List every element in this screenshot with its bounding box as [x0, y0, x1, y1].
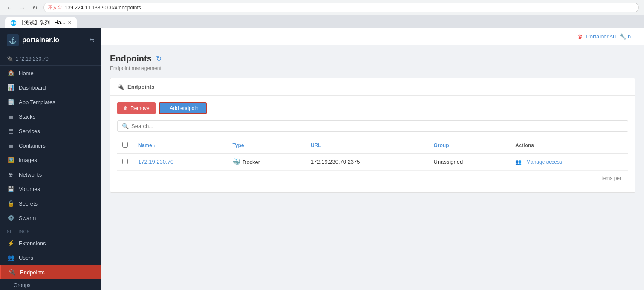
dashboard-icon: 📊: [7, 84, 14, 91]
sidebar-item-label: Extensions: [19, 240, 46, 246]
tab-bar: 🌐 【测试】队列 - Ha... ✕: [0, 15, 644, 28]
sidebar-item-label: Stacks: [19, 113, 35, 120]
row-checkbox[interactable]: [122, 159, 128, 164]
search-input[interactable]: [131, 123, 259, 129]
security-label: 不安全: [48, 4, 62, 11]
templates-icon: 🗒️: [7, 99, 14, 105]
tab-favicon: 🌐: [10, 20, 17, 26]
sidebar-item-label: Secrets: [19, 200, 38, 207]
address-text: 139.224.11.133:9000/#/endpoints: [65, 5, 141, 11]
sidebar-item-label: Dashboard: [19, 84, 46, 91]
group-column-header: Group: [429, 138, 510, 154]
items-per-page: Items per: [117, 171, 628, 186]
actions-column-header: Actions: [510, 138, 628, 154]
error-icon: ⊗: [577, 32, 583, 41]
refresh-icon[interactable]: ↻: [156, 55, 162, 63]
sidebar-item-users[interactable]: 👥 Users: [0, 250, 101, 265]
sidebar-item-label: Swarm: [19, 215, 36, 221]
top-bar: ⊗ Portainer su 🔧 n...: [101, 28, 644, 45]
remove-button[interactable]: 🗑 Remove: [117, 102, 156, 114]
url-column-header: URL: [306, 138, 429, 154]
docker-icon: 🐳: [232, 158, 241, 165]
users-icon: 👥: [7, 254, 14, 261]
content-area: Endpoints ↻ Endpoint management 🔌 Endpoi…: [101, 45, 644, 201]
endpoint-url-cell: 172.19.230.70:2375: [306, 154, 429, 171]
active-tab[interactable]: 🌐 【测试】队列 - Ha... ✕: [5, 17, 77, 28]
sidebar-item-home[interactable]: 🏠 Home: [0, 66, 101, 80]
back-button[interactable]: ←: [5, 3, 14, 12]
containers-icon: ▤: [7, 142, 14, 149]
sidebar-item-volumes[interactable]: 💾 Volumes: [0, 182, 101, 196]
sidebar-item-groups[interactable]: Groups: [0, 279, 101, 290]
secrets-icon: 🔒: [7, 200, 14, 207]
endpoints-table: Name ↕ Type URL Group: [117, 138, 628, 171]
main-content: ⊗ Portainer su 🔧 n... Endpoints ↻ Endpoi…: [101, 28, 644, 290]
search-box[interactable]: 🔍: [117, 120, 628, 132]
endpoint-actions-cell: 👥+ Manage access: [510, 154, 628, 171]
sidebar-item-endpoints[interactable]: 🔌 Endpoints: [0, 265, 101, 279]
endpoint-name-link[interactable]: 172.19.230.70: [138, 159, 173, 165]
page-header: Endpoints ↻: [110, 54, 635, 64]
remove-label: Remove: [130, 105, 150, 111]
sidebar-item-stacks[interactable]: ▤ Stacks: [0, 109, 101, 124]
manage-access-button[interactable]: 👥+ Manage access: [515, 159, 623, 165]
sidebar-item-label: Endpoints: [20, 269, 45, 276]
username-label: Portainer su: [586, 33, 616, 40]
sidebar-item-label: Images: [19, 157, 37, 163]
manage-access-icon: 👥+: [515, 159, 525, 165]
endpoint-type-label: Docker: [243, 159, 260, 165]
address-bar[interactable]: 不安全 139.224.11.133:9000/#/endpoints: [43, 3, 639, 12]
manage-access-label: Manage access: [526, 159, 562, 165]
select-all-checkbox[interactable]: [122, 142, 128, 148]
sidebar-item-images[interactable]: 🖼️ Images: [0, 153, 101, 167]
sidebar-env[interactable]: 🔌 172.19.230.70: [0, 52, 101, 66]
endpoint-group-cell: Unassigned: [429, 154, 510, 171]
panel-title: Endpoints: [127, 84, 155, 90]
extensions-icon: ⚡: [7, 240, 14, 246]
images-icon: 🖼️: [7, 157, 14, 163]
sidebar-item-swarm[interactable]: ⚙️ Swarm: [0, 211, 101, 225]
sort-icon: ↕: [153, 143, 156, 148]
sidebar-item-extensions[interactable]: ⚡ Extensions: [0, 236, 101, 250]
browser-bar: ← → ↻ 不安全 139.224.11.133:9000/#/endpoint…: [0, 0, 644, 15]
forward-button[interactable]: →: [18, 3, 26, 12]
sidebar-item-label: Services: [19, 128, 40, 134]
add-endpoint-button[interactable]: + Add endpoint: [159, 102, 207, 114]
reload-button[interactable]: ↻: [31, 3, 39, 12]
sidebar-item-networks[interactable]: ⊕ Networks: [0, 167, 101, 182]
tab-label: 【测试】队列 - Ha...: [19, 19, 65, 26]
name-column-header[interactable]: Name ↕: [133, 138, 227, 154]
stacks-icon: ▤: [7, 113, 14, 120]
panel-body: 🗑 Remove + Add endpoint 🔍: [110, 96, 635, 192]
sidebar-item-label: Networks: [19, 171, 42, 178]
endpoint-name-cell: 172.19.230.70: [133, 154, 227, 171]
networks-icon: ⊕: [7, 171, 14, 178]
panel-icon: 🔌: [117, 84, 124, 90]
env-label: 172.19.230.70: [16, 56, 49, 62]
sidebar: ⚓ portainer.io ⇆ 🔌 172.19.230.70 🏠 Home …: [0, 28, 101, 290]
sidebar-item-dashboard[interactable]: 📊 Dashboard: [0, 80, 101, 95]
user-menu[interactable]: ⊗ Portainer su 🔧 n...: [577, 32, 635, 41]
tab-close-icon[interactable]: ✕: [68, 20, 72, 26]
svg-text:⚓: ⚓: [9, 36, 17, 44]
sidebar-logo: ⚓ portainer.io ⇆: [0, 28, 101, 52]
volumes-icon: 💾: [7, 186, 14, 192]
sidebar-item-containers[interactable]: ▤ Containers: [0, 138, 101, 153]
select-all-header: [117, 138, 133, 154]
sidebar-item-label: Volumes: [19, 186, 40, 192]
panel-header: 🔌 Endpoints: [110, 78, 635, 96]
user-link[interactable]: 🔧 n...: [619, 33, 635, 40]
home-icon: 🏠: [7, 70, 14, 76]
row-checkbox-cell[interactable]: [117, 154, 133, 171]
trash-icon: 🗑: [123, 105, 128, 111]
sidebar-item-label: Users: [19, 255, 33, 261]
sidebar-item-services[interactable]: ▤ Services: [0, 124, 101, 138]
sidebar-item-app-templates[interactable]: 🗒️ App Templates: [0, 95, 101, 109]
search-icon: 🔍: [122, 123, 129, 129]
endpoints-icon: 🔌: [8, 269, 16, 276]
sidebar-item-secrets[interactable]: 🔒 Secrets: [0, 196, 101, 211]
add-endpoint-label: + Add endpoint: [166, 105, 200, 111]
sidebar-item-label: Containers: [19, 142, 46, 149]
toolbar: 🗑 Remove + Add endpoint: [117, 102, 628, 114]
sidebar-toggle-icon[interactable]: ⇆: [90, 37, 95, 44]
